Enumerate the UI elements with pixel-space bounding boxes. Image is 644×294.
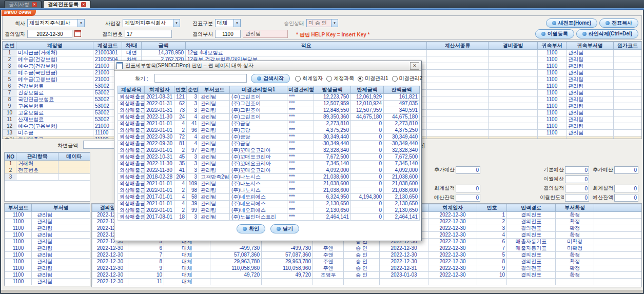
cell[interactable]: 외상매출금 xyxy=(118,167,145,174)
cell[interactable]: 99 xyxy=(187,207,199,214)
cell[interactable] xyxy=(594,232,642,239)
cell[interactable]: 관리팀 xyxy=(567,76,614,83)
cell[interactable] xyxy=(489,130,538,136)
cell[interactable] xyxy=(427,103,489,110)
budget-value-field[interactable]: 0 xyxy=(565,194,589,202)
cell[interactable]: 44,675,180 xyxy=(351,114,384,121)
cell[interactable]: 4 xyxy=(3,70,16,76)
cell[interactable]: 14,378,950 xyxy=(142,50,186,56)
new-voucher-button[interactable]: 새전표(Home) xyxy=(546,18,597,28)
cell[interactable]: 6,324,950 xyxy=(314,194,351,201)
cell[interactable]: 외상매출금 xyxy=(118,121,145,127)
cell[interactable] xyxy=(489,116,538,123)
cell[interactable]: 45 xyxy=(174,154,187,161)
cell[interactable]: 2 xyxy=(174,207,187,214)
close-icon[interactable]: ✕ xyxy=(410,62,419,70)
cell[interactable]: 12,061,929 xyxy=(351,94,384,101)
cell[interactable]: 21,038,600 xyxy=(384,181,420,187)
cell[interactable]: 관리팀 xyxy=(32,232,90,239)
cell[interactable] xyxy=(428,279,477,285)
cell[interactable]: 관리팀 xyxy=(199,214,230,221)
close-button[interactable]: 닫기 xyxy=(270,224,299,233)
cell[interactable]: 2,464,141 xyxy=(314,214,351,221)
cell[interactable]: 외상매출금 xyxy=(118,134,145,141)
cell[interactable] xyxy=(614,123,642,130)
cell[interactable]: 2021-01-01 xyxy=(145,201,174,207)
cell[interactable]: 관리팀 xyxy=(199,187,230,194)
cell[interactable]: (주)나노시스 xyxy=(230,174,287,181)
cell[interactable]: 5 xyxy=(477,252,507,259)
cell[interactable]: 1100 xyxy=(538,90,567,96)
cell[interactable]: 관리팀 xyxy=(567,103,614,110)
cell[interactable]: 대체 xyxy=(164,279,210,285)
table-row[interactable]: 1거래처 xyxy=(5,161,90,167)
budget-value-field[interactable]: 0 xyxy=(456,194,480,202)
cell[interactable]: 10 xyxy=(128,272,164,279)
table-row[interactable]: 1100관리팀 xyxy=(5,252,90,259)
cell[interactable]: 3 xyxy=(187,167,199,174)
cell[interactable] xyxy=(594,219,642,225)
budget-value-field[interactable]: 0 xyxy=(614,185,638,192)
table-row[interactable]: 2022-12-309대체110,058,960110,058,960주앤승 인… xyxy=(92,265,642,272)
cell[interactable]: 승 인 xyxy=(344,245,380,252)
cell[interactable]: 고용보험료 xyxy=(16,110,93,116)
cell[interactable]: 1100 xyxy=(5,279,32,285)
cell[interactable]: 2022-12-30 xyxy=(92,265,128,272)
cell[interactable]: 0 xyxy=(351,147,384,154)
cell[interactable]: (주)금당 xyxy=(230,121,287,127)
cell[interactable]: 7 xyxy=(3,90,16,96)
cell[interactable]: 관리팀 xyxy=(32,259,90,265)
table-row[interactable]: 2022-12-308대체29,963,78029,963,780주앤승 인20… xyxy=(92,259,642,265)
table-row[interactable]: 3 xyxy=(5,174,90,181)
table-row[interactable]: 외상매출금2021-01-014109관리팀(주)나노시스***21,038,6… xyxy=(118,181,420,187)
cell[interactable] xyxy=(58,174,90,181)
cell[interactable] xyxy=(427,110,489,116)
cell[interactable]: 2022-11-30 xyxy=(145,114,174,121)
cell[interactable]: 1100 xyxy=(5,272,32,279)
cell[interactable]: 4 xyxy=(174,201,187,207)
cell[interactable]: (주)네오피에스 xyxy=(230,194,287,201)
cell[interactable]: 2022-12-31 xyxy=(380,265,428,272)
cell[interactable] xyxy=(614,96,642,103)
cell[interactable]: 11 xyxy=(128,279,164,285)
cell[interactable]: 2022-12-30 xyxy=(428,212,477,219)
cell[interactable]: 3 xyxy=(187,214,199,221)
radio-미결관리2[interactable]: 미결관리2 xyxy=(392,75,423,82)
cell[interactable] xyxy=(594,279,642,285)
budget-value-field[interactable]: 0 xyxy=(614,166,638,174)
cell[interactable]: *** xyxy=(287,134,314,141)
cell[interactable]: 2021-01-01 xyxy=(145,181,174,187)
cell[interactable] xyxy=(489,123,538,130)
cell[interactable] xyxy=(489,90,538,96)
cell[interactable] xyxy=(614,116,642,123)
table-row[interactable]: 1100관리팀 xyxy=(5,259,90,265)
cell[interactable]: 대변 xyxy=(122,50,142,56)
cell[interactable]: 관리팀 xyxy=(567,96,614,103)
cell[interactable]: (주)꼬매요코리아 xyxy=(230,161,287,167)
cell[interactable]: 전표번호 xyxy=(16,167,58,174)
cell[interactable]: 2022-01-31 xyxy=(145,107,174,114)
cell[interactable]: 121 xyxy=(174,94,187,101)
cell[interactable]: *** xyxy=(287,101,314,107)
cell[interactable]: 외상매출금 xyxy=(118,94,145,101)
cell[interactable]: 2,273,810 xyxy=(384,121,420,127)
cell[interactable]: 관리팀 xyxy=(199,107,230,114)
table-row[interactable]: 외상매출금2022-01-01298관리팀(주)나노시스***21,038,60… xyxy=(118,187,420,194)
cell[interactable]: 2022-12-30 xyxy=(92,245,128,252)
cell[interactable]: 1100 xyxy=(5,239,32,245)
cell[interactable]: 1100 xyxy=(538,103,567,110)
cell[interactable]: 8 xyxy=(3,96,16,103)
cell[interactable] xyxy=(380,279,428,285)
delete-line-button[interactable]: 라인삭제(Ctrl+Del) xyxy=(576,29,638,38)
cell[interactable]: 관리팀 xyxy=(567,83,614,90)
cell[interactable]: 110,058,960 xyxy=(262,265,313,272)
cell[interactable]: 2021-01-01 xyxy=(145,121,174,127)
cell[interactable]: 21,038,600 xyxy=(314,187,351,194)
cell[interactable]: 1100 xyxy=(5,219,32,225)
table-row[interactable]: 외상매출금2022-09-30814관리팀(주)금당***-30,349,440… xyxy=(118,141,420,147)
table-row[interactable]: 외상매출금2022-11-30413관리팀(주)꼬매요코리아***4,092,0… xyxy=(118,167,420,174)
cell[interactable]: 21,038,600 xyxy=(314,181,351,187)
cell[interactable]: 외상매출금 xyxy=(118,201,145,207)
cell[interactable]: 0 xyxy=(351,134,384,141)
cell[interactable]: (주)노블인더스트리 xyxy=(230,214,287,221)
